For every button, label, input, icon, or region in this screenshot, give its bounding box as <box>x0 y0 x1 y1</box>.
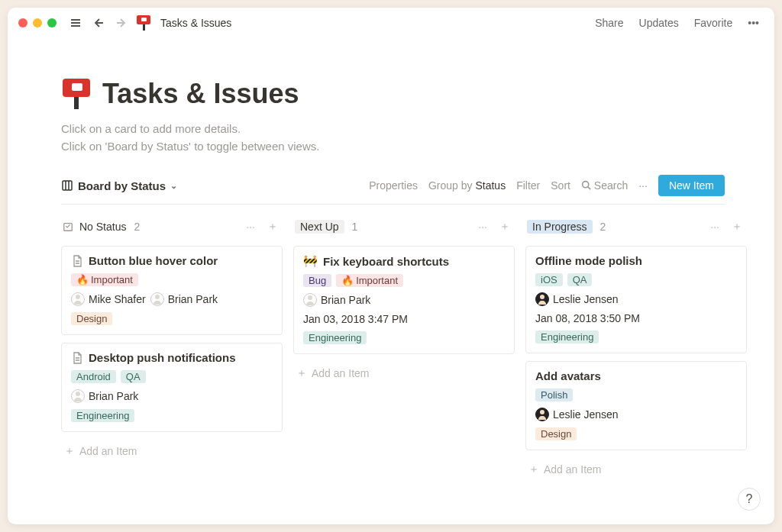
app-window: Tasks & Issues Share Updates Favorite ••… <box>8 8 774 524</box>
card[interactable]: Offline mode polish iOS QA Leslie Jensen… <box>525 246 747 353</box>
avatar <box>71 292 85 306</box>
column-count: 2 <box>600 221 606 233</box>
card-tags: Engineering <box>535 330 737 343</box>
column-name[interactable]: In Progress <box>527 220 593 234</box>
card[interactable]: Button blue hover color 🔥Important Mike … <box>61 246 283 335</box>
add-item-button[interactable]: ＋Add an Item <box>525 458 747 481</box>
filter-button[interactable]: Filter <box>516 179 540 192</box>
favorite-button[interactable]: Favorite <box>690 14 738 32</box>
page-description[interactable]: Click on a card to add more details. Cli… <box>61 121 725 155</box>
close-window-button[interactable] <box>18 18 27 27</box>
avatar <box>535 408 549 421</box>
column-more-button[interactable]: ··· <box>475 219 490 234</box>
card-title-text: Offline mode polish <box>535 254 642 267</box>
card[interactable]: Add avatars Polish Leslie Jensen Design <box>525 361 747 450</box>
person: Leslie Jensen <box>535 408 619 421</box>
minimize-window-button[interactable] <box>33 18 42 27</box>
board: No Status 2 ··· ＋ Button blue hover colo… <box>61 215 725 481</box>
help-button[interactable]: ? <box>738 488 761 511</box>
svg-point-6 <box>308 295 312 300</box>
search-icon <box>581 180 591 190</box>
new-item-button[interactable]: New Item <box>658 175 725 196</box>
card-people: Leslie Jensen <box>535 292 737 306</box>
tag-engineering: Engineering <box>71 409 134 422</box>
column-add-button[interactable]: ＋ <box>264 218 281 235</box>
sort-button[interactable]: Sort <box>551 179 570 192</box>
svg-rect-0 <box>63 181 72 190</box>
column-name[interactable]: Next Up <box>295 220 344 234</box>
svg-point-5 <box>76 392 80 396</box>
tag-engineering: Engineering <box>303 331 367 344</box>
column-more-button[interactable]: ··· <box>707 219 722 234</box>
view-name-label: Board by Status <box>78 179 166 192</box>
svg-point-3 <box>76 295 80 299</box>
card-people: Leslie Jensen <box>535 408 737 421</box>
tag-design: Design <box>71 312 112 325</box>
card-tags: Bug 🔥Important <box>303 274 505 287</box>
tag-qa: QA <box>567 273 593 286</box>
column-header: Next Up 1 ··· ＋ <box>293 215 515 238</box>
updates-button[interactable]: Updates <box>635 14 683 32</box>
back-button[interactable] <box>90 15 107 31</box>
card-tags: 🔥Important <box>71 273 273 286</box>
card-emoji-icon: 🚧 <box>303 254 318 268</box>
more-menu-button[interactable]: ••• <box>743 14 764 32</box>
group-by-button[interactable]: Group by Status <box>428 179 506 192</box>
column-header: In Progress 2 ··· ＋ <box>525 215 747 238</box>
card-title-text: Desktop push notifications <box>89 351 236 364</box>
card-tags: Engineering <box>303 331 505 344</box>
column-name[interactable]: No Status <box>79 221 126 233</box>
svg-point-8 <box>540 410 544 414</box>
column-add-button[interactable]: ＋ <box>496 218 513 235</box>
page-icon-small <box>136 15 151 31</box>
avatar <box>71 389 85 403</box>
card-title-text: Fix keyboard shortcuts <box>323 255 449 268</box>
view-more-button[interactable]: ··· <box>638 179 648 192</box>
card-tags: iOS QA <box>535 273 737 286</box>
tag-bug: Bug <box>303 274 331 287</box>
card-people: Brian Park <box>303 293 505 307</box>
person: Mike Shafer <box>71 292 146 306</box>
person: Brian Park <box>303 293 370 307</box>
tag-ios: iOS <box>535 273 563 286</box>
page-icon[interactable] <box>61 79 92 109</box>
avatar <box>535 292 549 306</box>
svg-point-1 <box>583 182 589 188</box>
search-button[interactable]: Search <box>581 179 628 192</box>
person: Brian Park <box>150 292 218 306</box>
card[interactable]: Desktop push notifications Android QA Br… <box>61 343 283 432</box>
svg-point-7 <box>540 295 544 299</box>
tag-design: Design <box>535 427 577 440</box>
column-count: 2 <box>134 221 140 233</box>
tag-important: 🔥Important <box>336 274 403 287</box>
card[interactable]: 🚧 Fix keyboard shortcuts Bug 🔥Important … <box>293 246 515 354</box>
card-title-text: Add avatars <box>535 369 601 382</box>
menu-icon[interactable] <box>67 15 84 31</box>
view-toolbar: Board by Status ⌄ Properties Group by St… <box>61 175 725 205</box>
column-more-button[interactable]: ··· <box>243 219 258 234</box>
properties-button[interactable]: Properties <box>369 179 418 192</box>
board-column-next-up: Next Up 1 ··· ＋ 🚧 Fix keyboard shortcuts… <box>293 215 515 481</box>
view-switcher[interactable]: Board by Status ⌄ <box>61 179 177 192</box>
desc-line: Click on a card to add more details. <box>61 121 725 138</box>
card-people: Brian Park <box>71 389 273 403</box>
add-item-button[interactable]: ＋Add an Item <box>293 362 515 385</box>
card-title-text: Button blue hover color <box>89 254 218 267</box>
maximize-window-button[interactable] <box>47 18 57 27</box>
card-tags: Engineering <box>71 409 273 422</box>
column-header: No Status 2 ··· ＋ <box>61 215 283 238</box>
person: Brian Park <box>71 389 138 403</box>
card-tags: Design <box>71 312 273 325</box>
card-people: Mike Shafer Brian Park <box>71 292 273 306</box>
page-title-breadcrumb[interactable]: Tasks & Issues <box>160 17 231 29</box>
forward-button[interactable] <box>113 15 130 31</box>
avatar <box>150 292 164 306</box>
add-item-button[interactable]: ＋Add an Item <box>61 440 283 463</box>
svg-point-4 <box>155 295 160 299</box>
board-icon <box>61 179 73 192</box>
page-title[interactable]: Tasks & Issues <box>102 78 299 110</box>
window-controls <box>18 18 57 27</box>
chevron-down-icon: ⌄ <box>170 181 177 191</box>
share-button[interactable]: Share <box>590 14 628 32</box>
column-add-button[interactable]: ＋ <box>729 218 745 235</box>
